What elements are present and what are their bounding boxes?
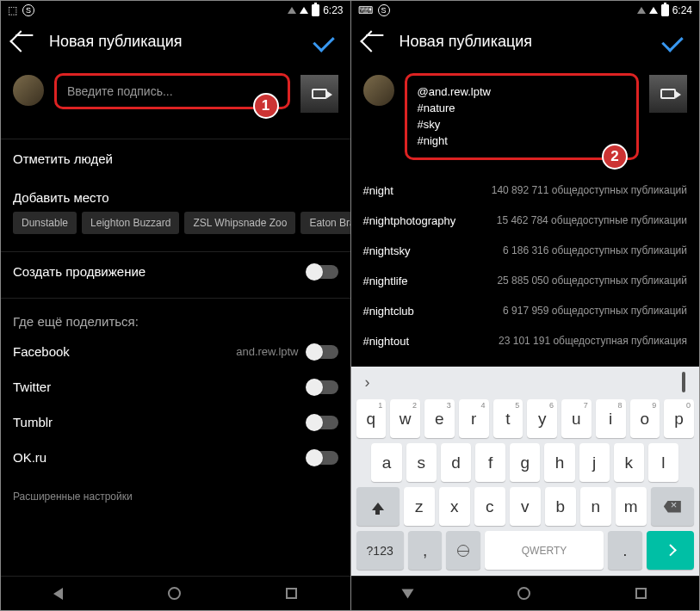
caption-placeholder: Введите подпись... bbox=[67, 84, 277, 98]
backspace-icon bbox=[664, 501, 681, 513]
media-thumbnail[interactable] bbox=[649, 75, 687, 113]
keyboard-status-icon: ⌨ bbox=[358, 4, 373, 16]
caption-input[interactable]: @and.rew.lptw #nature #sky #night 2 bbox=[405, 73, 640, 160]
suggestion-row[interactable]: #nightlife25 885 050 общедоступных публи… bbox=[351, 266, 700, 296]
key-u[interactable]: u7 bbox=[561, 399, 592, 438]
share-twitter: Twitter bbox=[1, 369, 350, 404]
key-y[interactable]: y6 bbox=[527, 399, 557, 438]
location-chip[interactable]: Eaton Bray bbox=[300, 212, 350, 234]
key-d[interactable]: d bbox=[441, 443, 471, 482]
key-i[interactable]: i8 bbox=[596, 399, 626, 438]
tag-people-row[interactable]: Отметить людей bbox=[1, 139, 350, 178]
signal-icon bbox=[300, 7, 308, 14]
status-time: 6:24 bbox=[672, 4, 692, 16]
location-chip[interactable]: Dunstable bbox=[13, 212, 77, 234]
hashtag-suggestions: #night140 892 711 общедоступных публикац… bbox=[351, 170, 700, 367]
symbols-key[interactable]: ?123 bbox=[356, 531, 404, 570]
chevron-right-icon[interactable]: › bbox=[365, 373, 370, 392]
key-a[interactable]: a bbox=[371, 443, 401, 482]
page-title: Новая публикация bbox=[400, 33, 643, 51]
key-k[interactable]: k bbox=[614, 443, 644, 482]
back-icon[interactable] bbox=[360, 30, 381, 52]
key-s[interactable]: s bbox=[406, 443, 437, 482]
caption-row: Введите подпись... 1 bbox=[1, 63, 350, 123]
caption-text: @and.rew.lptw #nature #sky #night bbox=[418, 84, 627, 149]
key-q[interactable]: q1 bbox=[356, 399, 387, 438]
key-g[interactable]: g bbox=[510, 443, 540, 482]
globe-key[interactable] bbox=[446, 531, 480, 570]
media-thumbnail[interactable] bbox=[300, 75, 338, 113]
page-title: Новая публикация bbox=[49, 33, 294, 51]
confirm-icon[interactable] bbox=[313, 30, 334, 52]
nav-back-icon[interactable] bbox=[53, 588, 63, 600]
suggestion-row[interactable]: #nightphotography15 462 784 общедоступны… bbox=[351, 206, 700, 236]
enter-key[interactable] bbox=[647, 531, 694, 570]
suggestion-row[interactable]: #night140 892 711 общедоступных публикац… bbox=[351, 176, 700, 206]
facebook-toggle[interactable] bbox=[307, 345, 338, 359]
share-facebook: Facebook and.rew.lptw bbox=[1, 334, 350, 369]
promote-toggle[interactable] bbox=[307, 265, 338, 279]
nav-home-icon[interactable] bbox=[517, 587, 530, 600]
caption-row: @and.rew.lptw #nature #sky #night 2 bbox=[351, 63, 700, 170]
soft-keyboard: › q1w2e3r4t5y6u7i8o9p0 asdfghjkl zxcvbnm… bbox=[351, 367, 700, 576]
space-key[interactable]: QWERTY bbox=[485, 531, 604, 570]
suggestion-row[interactable]: #nightclub6 917 959 общедоступных публик… bbox=[351, 296, 700, 326]
key-h[interactable]: h bbox=[544, 443, 574, 482]
camera-icon bbox=[660, 89, 676, 99]
key-c[interactable]: c bbox=[474, 487, 505, 526]
okru-toggle[interactable] bbox=[307, 451, 338, 465]
key-j[interactable]: j bbox=[579, 443, 610, 482]
avatar bbox=[363, 75, 394, 106]
status-bar: ⬚ S 6:23 bbox=[1, 1, 350, 20]
suggestion-row[interactable]: #nightsky6 186 316 общедоступных публика… bbox=[351, 236, 700, 266]
keyboard-row-4: ?123 , QWERTY . bbox=[355, 528, 697, 572]
mic-icon[interactable] bbox=[682, 373, 685, 392]
key-m[interactable]: m bbox=[616, 487, 647, 526]
key-p[interactable]: p0 bbox=[664, 399, 694, 438]
location-chip[interactable]: ZSL Whipsnade Zoo bbox=[184, 212, 295, 234]
key-f[interactable]: f bbox=[475, 443, 505, 482]
nav-recent-icon[interactable] bbox=[286, 588, 297, 599]
confirm-icon[interactable] bbox=[661, 30, 683, 52]
caption-input[interactable]: Введите подпись... 1 bbox=[54, 73, 290, 109]
period-key[interactable]: . bbox=[608, 531, 642, 570]
key-o[interactable]: o9 bbox=[630, 399, 660, 438]
phone-left: ⬚ S 6:23 Новая публикация Введите подпис… bbox=[1, 1, 350, 610]
nav-back-icon[interactable] bbox=[402, 589, 414, 598]
key-z[interactable]: z bbox=[404, 487, 435, 526]
key-v[interactable]: v bbox=[510, 487, 541, 526]
add-location-row[interactable]: Добавить место bbox=[1, 178, 350, 212]
key-l[interactable]: l bbox=[648, 443, 678, 482]
battery-icon bbox=[661, 4, 669, 16]
comma-key[interactable]: , bbox=[408, 531, 443, 570]
phone-right: ⌨ S 6:24 Новая публикация @and.rew.lptw … bbox=[350, 1, 700, 610]
advanced-settings[interactable]: Расширенные настройки bbox=[1, 475, 350, 518]
backspace-key[interactable] bbox=[651, 487, 694, 526]
shazam-icon: S bbox=[378, 4, 390, 16]
key-r[interactable]: r4 bbox=[459, 399, 489, 438]
twitter-toggle[interactable] bbox=[307, 380, 338, 394]
key-t[interactable]: t5 bbox=[493, 399, 523, 438]
key-e[interactable]: e3 bbox=[424, 399, 455, 438]
globe-icon bbox=[457, 545, 469, 557]
enter-icon bbox=[665, 544, 677, 556]
keyboard-row-2: asdfghjkl bbox=[355, 441, 697, 484]
tumblr-toggle[interactable] bbox=[307, 416, 338, 429]
avatar bbox=[13, 75, 44, 106]
back-icon[interactable] bbox=[9, 30, 31, 52]
key-x[interactable]: x bbox=[439, 487, 470, 526]
key-b[interactable]: b bbox=[545, 487, 576, 526]
status-time: 6:23 bbox=[323, 4, 343, 16]
shift-key[interactable] bbox=[356, 487, 400, 526]
nav-home-icon[interactable] bbox=[168, 587, 181, 600]
location-chip[interactable]: Leighton Buzzard bbox=[82, 212, 179, 234]
suggestion-row[interactable]: #nightout23 101 191 общедоступная публик… bbox=[351, 326, 700, 356]
keyboard-toolbar: › bbox=[355, 372, 697, 397]
status-icon: ⬚ bbox=[8, 4, 17, 16]
nav-recent-icon[interactable] bbox=[635, 588, 647, 599]
key-n[interactable]: n bbox=[580, 487, 611, 526]
promote-row[interactable]: Создать продвижение bbox=[1, 252, 350, 291]
wifi-icon bbox=[637, 7, 646, 14]
keyboard-row-1: q1w2e3r4t5y6u7i8o9p0 bbox=[355, 397, 697, 441]
key-w[interactable]: w2 bbox=[390, 399, 420, 438]
